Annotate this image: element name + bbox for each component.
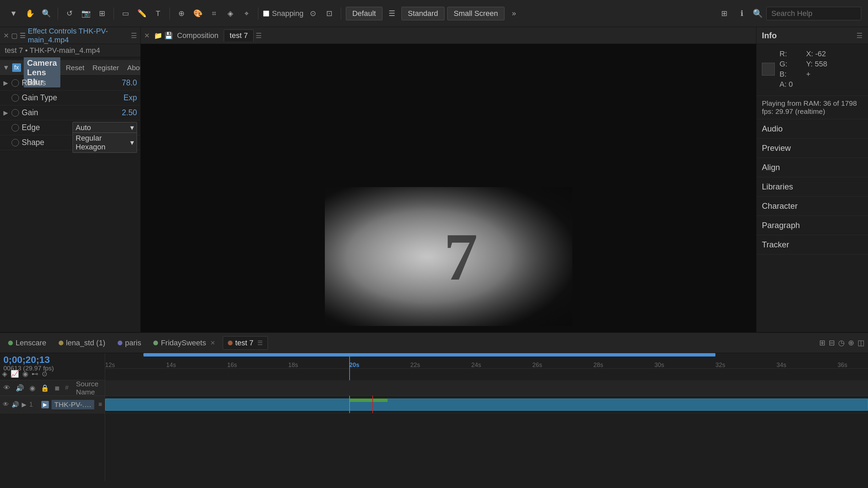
timeline-icon-4[interactable]: ⊕ [848, 339, 854, 347]
shape-stopwatch[interactable] [12, 139, 19, 146]
lock-header-icon[interactable]: 🔒 [41, 384, 49, 392]
preview-section[interactable]: Preview [756, 139, 868, 158]
friday-tab-close[interactable]: ✕ [210, 339, 215, 347]
register-btn[interactable]: Register [90, 63, 122, 73]
right-panel-more-icon[interactable]: ☰ [856, 32, 863, 40]
gain-stopwatch[interactable] [12, 109, 19, 117]
timeline-icon-3[interactable]: ◷ [838, 339, 845, 347]
snap-icon[interactable]: ⊷ [32, 370, 38, 378]
visibility-header-icon[interactable]: 👁 [3, 384, 10, 392]
friday-dot [153, 341, 158, 345]
selection-tool-icon[interactable]: ▼ [7, 7, 20, 20]
audio-header-icon[interactable]: 🔊 [16, 384, 24, 392]
gain-value[interactable]: 2.50 [110, 108, 137, 117]
timeline-controls-row: 0;00;20;13 00613 (29.97 fps) ◈ 📈 ◉ ⊷ ⊙ [0, 353, 868, 380]
default-btn[interactable]: Default [346, 7, 382, 20]
timeline-tab-lena[interactable]: lena_std (1) [54, 337, 110, 349]
info-icon[interactable]: ℹ [735, 7, 749, 20]
timeline-tab-lenscare[interactable]: Lenscare [3, 337, 51, 349]
pen-tool-icon[interactable]: ✏️ [135, 7, 149, 20]
comp-panel-close-icon[interactable]: ✕ [144, 32, 150, 40]
edge-stopwatch[interactable] [12, 124, 19, 131]
about-btn[interactable]: About... [124, 63, 140, 73]
settings-icon[interactable]: ⊞ [717, 7, 731, 20]
graph-icon[interactable]: 📈 [11, 370, 19, 378]
eraser-icon[interactable]: ◈ [223, 7, 237, 20]
track-clip-1[interactable] [105, 399, 868, 411]
small-screen-btn[interactable]: Small Screen [447, 7, 505, 20]
layer-name[interactable]: THK-PV-... 4.mp4 [52, 400, 94, 409]
align-section[interactable]: Align [756, 158, 868, 177]
standard-btn[interactable]: Standard [401, 7, 445, 20]
solo-icon[interactable]: ◉ [22, 370, 28, 378]
gain-type-stopwatch[interactable] [12, 94, 19, 102]
ruler-28s: 28s [593, 362, 603, 369]
edge-dropdown[interactable]: Auto ▾ [73, 122, 137, 134]
y-value: Y: 558 [806, 60, 827, 68]
gain-type-value[interactable]: Exp [110, 93, 137, 102]
ruler-30s: 30s [654, 362, 664, 369]
tracker-section[interactable]: Tracker [756, 235, 868, 255]
timeline-timecode[interactable]: 0;00;20;13 [3, 354, 50, 365]
radius-value[interactable]: 78.0 [110, 78, 137, 87]
reset-btn[interactable]: Reset [63, 63, 87, 73]
timeline-tab-test7[interactable]: test 7 ☰ [223, 336, 268, 350]
motion-blur-icon[interactable]: ⊙ [42, 370, 47, 378]
clone-icon[interactable]: ⌗ [207, 7, 221, 20]
timeline-playhead[interactable] [349, 353, 350, 380]
radius-stopwatch[interactable] [12, 79, 19, 87]
visibility-icon[interactable]: 👁 [3, 401, 9, 408]
separator-5 [341, 7, 341, 20]
keyframe-icon[interactable]: ◈ [2, 370, 7, 378]
shape-dropdown[interactable]: Regular Hexagon ▾ [73, 133, 137, 153]
panel-more-icon[interactable]: ☰ [131, 32, 137, 40]
snap-options-icon[interactable]: ⊙ [306, 7, 320, 20]
right-panel-header: Info ☰ [756, 27, 868, 44]
paint-icon[interactable]: 🎨 [191, 7, 204, 20]
panel-close-icon[interactable]: ✕ [3, 32, 9, 40]
ruler-32s: 32s [715, 362, 725, 369]
timeline-icon-1[interactable]: ⊞ [819, 339, 825, 347]
info-color-swatch [762, 63, 775, 76]
text-tool-icon[interactable]: T [151, 7, 165, 20]
audio-section[interactable]: Audio [756, 119, 868, 139]
test7-tab-close[interactable]: ☰ [257, 339, 263, 347]
snapping-checkbox[interactable] [263, 11, 269, 17]
separator-1 [58, 7, 58, 20]
workspace-options-icon[interactable]: ☰ [385, 7, 399, 20]
gain-expand-icon[interactable]: ▶ [3, 109, 9, 117]
rectangle-tool-icon[interactable]: ▭ [119, 7, 132, 20]
panel-tab-label: Effect Controls THK-PV-main_4.mp4 [28, 27, 129, 44]
expand-icon[interactable]: » [507, 7, 521, 20]
layer-options-icon[interactable]: ≡ [98, 401, 102, 408]
search-icon[interactable]: 🔍 [39, 7, 53, 20]
puppet-icon[interactable]: ⌖ [240, 7, 253, 20]
anchor-icon[interactable]: ⊕ [175, 7, 188, 20]
radius-expand-icon[interactable]: ▶ [3, 79, 9, 87]
character-section[interactable]: Character [756, 197, 868, 216]
comp-save-icon: 💾 [164, 32, 173, 40]
hand-tool-icon[interactable]: ✋ [23, 7, 37, 20]
comp-active-tab[interactable]: test 7 [224, 29, 254, 41]
label-header-icon[interactable]: ◼ [55, 384, 60, 392]
comp-more-icon[interactable]: ☰ [256, 32, 262, 40]
test7-dot [228, 341, 233, 345]
paragraph-section[interactable]: Paragraph [756, 216, 868, 235]
solo-header-icon[interactable]: ◉ [29, 384, 35, 392]
shape-label: Shape [22, 138, 73, 147]
search-help-input[interactable] [766, 7, 861, 20]
timeline-tab-friday[interactable]: FridaySweets ✕ [149, 337, 220, 349]
expand-layer-icon[interactable]: ▶ [22, 401, 26, 408]
comp-tab-bar: ✕ 📁 💾 Composition test 7 ☰ [141, 27, 756, 44]
libraries-section[interactable]: Libraries [756, 177, 868, 197]
camera-icon[interactable]: 📷 [79, 7, 93, 20]
undo-icon[interactable]: ↺ [63, 7, 76, 20]
transform-icon[interactable]: ⊞ [95, 7, 109, 20]
audio-icon-layer[interactable]: 🔊 [12, 401, 19, 408]
timeline-icon-2[interactable]: ⊟ [829, 339, 835, 347]
grid-icon[interactable]: ⊡ [322, 7, 336, 20]
effect-expand-icon[interactable]: ▼ [3, 64, 9, 72]
timeline-icon-5[interactable]: ◫ [857, 339, 865, 347]
timeline-tab-paris[interactable]: paris [113, 337, 146, 349]
b-value: B: [780, 70, 801, 79]
